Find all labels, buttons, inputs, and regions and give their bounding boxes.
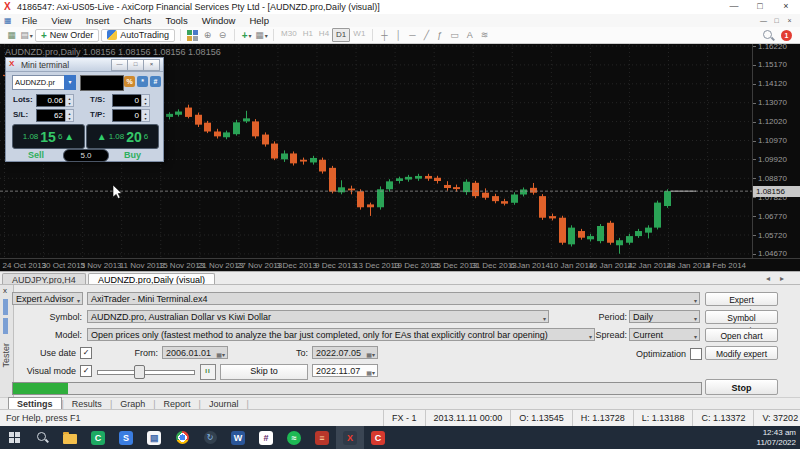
timeframe-m30[interactable]: M30	[278, 28, 300, 40]
taskbar-word[interactable]: W	[224, 426, 252, 449]
symbol-select[interactable]: AUDNZD.pr	[12, 75, 66, 90]
search-icon[interactable]	[762, 29, 775, 42]
menu-item-tools[interactable]: Tools	[158, 14, 194, 27]
menu-item-file[interactable]: File	[15, 14, 44, 27]
mdi-minimize-button[interactable]: —	[757, 15, 770, 26]
trailing-stop-stepper[interactable]: ▴▾	[141, 94, 150, 107]
taskbar-chrome[interactable]	[168, 426, 196, 449]
tab-scroll-left-icon[interactable]: ◂	[766, 274, 770, 283]
snagit-icon: S	[119, 431, 133, 445]
skip-to-button[interactable]: Skip to	[220, 364, 308, 380]
taskbar-search-button[interactable]	[28, 426, 56, 449]
stop-loss-stepper[interactable]: ▴▾	[65, 109, 74, 122]
new-order-button[interactable]: +New Order	[35, 29, 99, 42]
visual-mode-checkbox[interactable]: ✓	[80, 365, 92, 377]
mdi-restore-button[interactable]: □	[770, 15, 783, 26]
stop-loss-input[interactable]: 62	[36, 109, 66, 122]
taskbar-recorder-app[interactable]: C	[364, 426, 392, 449]
taskbar-trading-app[interactable]: ≡	[308, 426, 336, 449]
fibonacci-tool-icon[interactable]: ƒ	[433, 30, 446, 40]
open-chart-button[interactable]: Open chart	[705, 328, 778, 342]
visual-speed-slider[interactable]	[97, 370, 195, 375]
profiles-icon[interactable]: ▤▾	[19, 29, 34, 42]
indicators-icon[interactable]: +▾	[239, 29, 254, 42]
period-select[interactable]: Daily▾	[629, 310, 700, 323]
menu-item-view[interactable]: View	[44, 14, 78, 27]
taskbar-notes-app[interactable]: ▤	[140, 426, 168, 449]
sell-panel[interactable]: 1.08156 ▲	[12, 124, 85, 149]
trendline-tool-icon[interactable]: ╱	[420, 30, 433, 40]
zoom-out-icon[interactable]: ⊖	[215, 29, 230, 42]
buy-panel[interactable]: ▲ 1.08206	[86, 124, 159, 149]
periods-icon[interactable]: ▦▾	[254, 29, 269, 42]
skip-date-field[interactable]: 2022.11.07▦▾	[312, 364, 378, 377]
close-button[interactable]: ×	[774, 0, 798, 13]
percent-button[interactable]: %	[124, 76, 135, 87]
symbol-select[interactable]: AUDNZD.pro, Australian Dollar vs Kiwi Do…	[87, 310, 549, 323]
crosshair-tool-icon[interactable]: ┼	[377, 30, 391, 40]
symbol-select-chevron-icon[interactable]: ▾	[64, 75, 76, 90]
symbol-properties-button[interactable]: Symbol properties	[705, 310, 778, 324]
visual-speed-slider-thumb[interactable]	[134, 365, 145, 379]
mini-minimize-button[interactable]: —	[111, 59, 128, 71]
sell-button[interactable]: Sell	[28, 150, 44, 160]
tester-close-button[interactable]: x	[3, 286, 7, 295]
optimization-checkbox[interactable]	[690, 348, 702, 360]
taskbar-clock[interactable]: 12:43 am 11/07/2022	[757, 428, 796, 447]
model-select[interactable]: Open prices only (fastest method to anal…	[87, 328, 595, 341]
to-date-field[interactable]: 2022.07.05▦▾	[312, 346, 378, 359]
menu-item-insert[interactable]: Insert	[79, 14, 117, 27]
mini-close-button[interactable]: ×	[143, 59, 160, 71]
taskbar-camtasia[interactable]: C	[84, 426, 112, 449]
timeframe-w1[interactable]: W1	[350, 28, 368, 40]
mini-terminal-title-bar[interactable]: X Mini terminal — □ ×	[6, 58, 163, 72]
use-date-checkbox[interactable]: ✓	[80, 347, 92, 359]
shapes-tool-icon[interactable]: ▭	[446, 30, 463, 40]
modify-expert-button[interactable]: Modify expert	[705, 346, 778, 360]
maximize-button[interactable]: □	[748, 0, 772, 13]
new-chart-icon[interactable]: ▦	[4, 29, 19, 42]
date-axis[interactable]: 24 Oct 201330 Oct 20135 Nov 201311 Nov 2…	[0, 258, 800, 272]
pause-button[interactable]: II	[200, 364, 216, 380]
take-profit-stepper[interactable]: ▴▾	[141, 109, 150, 122]
taskbar-spotify[interactable]: ≈	[280, 426, 308, 449]
expert-type-select[interactable]: Expert Advisor▾	[12, 292, 83, 305]
buy-button[interactable]: Buy	[124, 150, 141, 160]
lots-input[interactable]: 0.06	[36, 94, 66, 107]
timeframe-h4[interactable]: H4	[316, 28, 332, 40]
arrows-tool-icon[interactable]: ≋	[477, 30, 493, 40]
autotrading-button[interactable]: AutoTrading	[101, 29, 175, 42]
spread-select[interactable]: Current▾	[629, 328, 700, 341]
taskbar-sync-app[interactable]: ↻	[196, 426, 224, 449]
take-profit-input[interactable]: 0	[112, 109, 142, 122]
menu-item-charts[interactable]: Charts	[117, 14, 159, 27]
lots-stepper[interactable]: ▴▾	[65, 94, 74, 107]
taskbar-metatrader-axi[interactable]: X	[336, 426, 364, 449]
trailing-stop-input[interactable]: 0	[112, 94, 142, 107]
notification-badge[interactable]: 1	[781, 30, 792, 41]
menu-item-window[interactable]: Window	[195, 14, 243, 27]
from-date-field[interactable]: 2006.01.01▦▾	[162, 346, 228, 359]
tile-windows-icon[interactable]	[185, 29, 200, 42]
expert-properties-button[interactable]: Expert properties	[705, 292, 778, 306]
timeframe-h1[interactable]: H1	[300, 28, 316, 40]
taskbar-start-button[interactable]	[0, 426, 28, 449]
settings-button[interactable]: *	[137, 76, 148, 87]
text-label-tool-icon[interactable]: A	[463, 30, 477, 40]
taskbar-file-explorer[interactable]	[56, 426, 84, 449]
tab-scroll-right-icon[interactable]: ▸	[780, 274, 784, 283]
timeframe-d1[interactable]: D1	[332, 28, 350, 42]
taskbar-snagit[interactable]: S	[112, 426, 140, 449]
stop-button[interactable]: Stop	[705, 379, 778, 395]
zoom-in-icon[interactable]: ⊕	[200, 29, 215, 42]
minimize-button[interactable]: —	[722, 0, 746, 13]
horizontal-line-tool-icon[interactable]: ─	[405, 30, 419, 40]
expert-select[interactable]: AxiTrader - Mini Terminal.ex4▾	[87, 292, 700, 305]
menu-item-help[interactable]: Help	[242, 14, 276, 27]
taskbar-slack[interactable]: #	[252, 426, 280, 449]
grid-button[interactable]: #	[150, 76, 161, 87]
mdi-close-button[interactable]: ×	[783, 15, 796, 26]
price-axis[interactable]: 1.162201.151701.141201.130701.120201.109…	[752, 44, 800, 258]
mini-maximize-button[interactable]: □	[127, 59, 144, 71]
vertical-line-tool-icon[interactable]: │	[392, 30, 406, 40]
